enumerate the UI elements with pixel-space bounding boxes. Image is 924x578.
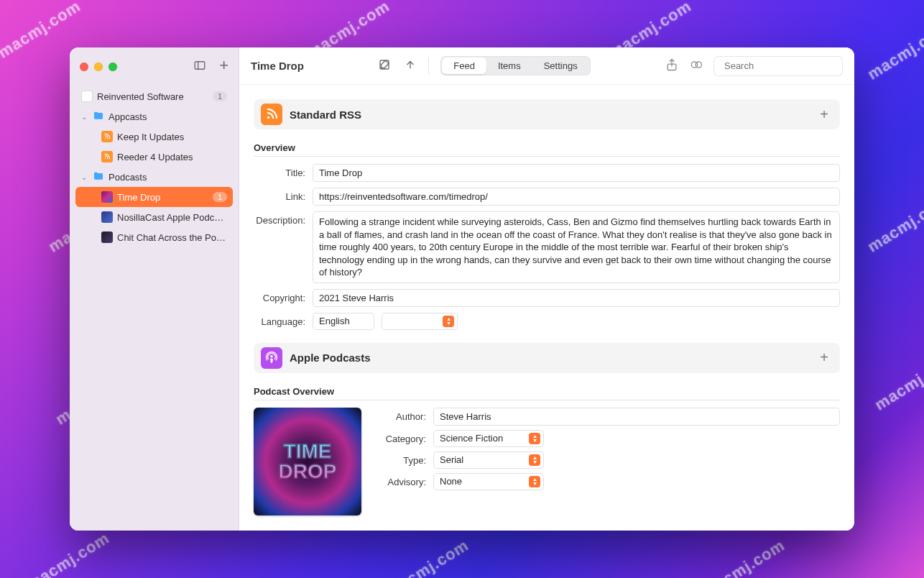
sidebar-item-chitchat[interactable]: Chit Chat Across the Po…	[75, 227, 233, 247]
zoom-window-button[interactable]	[108, 63, 117, 71]
svg-point-2	[105, 138, 106, 139]
svg-rect-0	[195, 62, 205, 70]
copyright-field[interactable]	[313, 289, 840, 307]
sidebar-item-keepit[interactable]: Keep It Updates	[75, 127, 233, 147]
link-field[interactable]	[313, 188, 840, 206]
stepper-icon	[529, 454, 540, 466]
stepper-icon	[529, 433, 540, 444]
author-field[interactable]	[433, 408, 840, 426]
sidebar-folder-podcasts[interactable]: ⌄ Podcasts	[75, 167, 233, 187]
watermark: macmj.com	[384, 537, 471, 578]
rss-icon	[101, 131, 113, 142]
window-controls: +	[70, 55, 239, 83]
category-value: Science Fiction	[440, 433, 503, 444]
app-window: + Reinvented Software 1 ⌄ Appcasts Keep …	[70, 47, 854, 531]
svg-point-7	[696, 61, 701, 67]
publish-icon[interactable]	[404, 58, 417, 74]
app-icon	[81, 91, 93, 102]
add-source-button[interactable]: +	[219, 59, 228, 75]
source-list: Reinvented Software 1 ⌄ Appcasts Keep It…	[70, 83, 239, 250]
watermark: macmj.com	[24, 530, 112, 578]
sidebar-item-reinvented[interactable]: Reinvented Software 1	[75, 86, 233, 106]
watermark: macmj.com	[865, 19, 924, 83]
sidebar-item-reeder[interactable]: Reeder 4 Updates	[75, 147, 233, 167]
tab-feed[interactable]: Feed	[442, 58, 486, 74]
disclosure-icon[interactable]: ⌄	[81, 173, 88, 181]
podcast-overview: TIMEDROP Author: Category: Science Ficti…	[254, 408, 840, 515]
category-popup[interactable]: Science Fiction	[433, 430, 544, 447]
podcast-artwork[interactable]: TIMEDROP	[254, 408, 361, 515]
label-title: Title:	[254, 164, 305, 178]
tab-settings[interactable]: Settings	[532, 58, 589, 74]
compose-icon[interactable]	[378, 58, 391, 74]
rss-icon	[101, 151, 113, 162]
description-field[interactable]: Following a strange incident while surve…	[313, 211, 840, 283]
content-area: Standard RSS + Overview Title: Link: Des…	[239, 85, 854, 531]
unread-badge: 1	[213, 192, 227, 202]
folder-icon	[93, 110, 104, 124]
rss-form: Title: Link: Description: Following a st…	[254, 164, 840, 330]
label-advisory: Advisory:	[379, 473, 426, 487]
sidebar-item-label: Keep It Updates	[117, 132, 227, 142]
main-panel: Time Drop Feed Items Settings	[239, 47, 854, 531]
rss-badge-icon	[261, 104, 282, 125]
label-copyright: Copyright:	[254, 289, 305, 303]
label-author: Author:	[379, 408, 426, 422]
sidebar-item-label: Chit Chat Across the Po…	[117, 232, 227, 243]
artwork-text: TIMEDROP	[279, 441, 337, 482]
language-secondary-popup[interactable]	[382, 313, 458, 330]
sidebar-item-timedrop[interactable]: Time Drop 1	[75, 187, 233, 207]
sidebar-item-nosillacast[interactable]: NosillaCast Apple Podca…	[75, 207, 233, 227]
search-input[interactable]	[724, 60, 845, 71]
watermark: macmj.com	[700, 537, 787, 578]
podcast-artwork-icon	[101, 211, 113, 223]
stepper-icon	[529, 476, 540, 487]
svg-point-3	[105, 158, 106, 160]
language-primary-popup[interactable]: English	[313, 313, 374, 330]
svg-point-10	[267, 116, 269, 119]
watermark: macmj.com	[872, 350, 924, 413]
close-window-button[interactable]	[80, 63, 88, 71]
type-popup[interactable]: Serial	[433, 451, 544, 469]
toggle-sidebar-icon[interactable]	[193, 59, 206, 75]
share-icon[interactable]	[665, 58, 679, 75]
type-value: Serial	[440, 454, 463, 465]
add-field-button[interactable]: +	[820, 349, 833, 366]
folder-icon	[93, 170, 104, 184]
overview-heading: Overview	[254, 138, 840, 157]
label-type: Type:	[379, 451, 426, 466]
preview-icon[interactable]	[689, 58, 703, 75]
podcast-artwork-icon	[101, 191, 113, 203]
advisory-value: None	[440, 476, 462, 487]
search-field[interactable]	[713, 56, 843, 76]
minimize-window-button[interactable]	[94, 63, 103, 71]
toolbar: Time Drop Feed Items Settings	[239, 47, 854, 85]
stepper-icon	[443, 316, 454, 327]
unread-badge: 1	[213, 91, 227, 101]
label-category: Category:	[379, 430, 426, 444]
language-primary-value: English	[319, 316, 350, 326]
sidebar-folder-label: Podcasts	[108, 172, 227, 183]
add-field-button[interactable]: +	[820, 106, 833, 123]
section-title: Standard RSS	[290, 109, 813, 121]
sidebar-folder-label: Appcasts	[108, 111, 227, 122]
disclosure-icon[interactable]: ⌄	[81, 113, 88, 121]
sidebar-folder-appcasts[interactable]: ⌄ Appcasts	[75, 106, 233, 127]
sidebar-item-label: NosillaCast Apple Podca…	[117, 212, 227, 223]
sidebar: + Reinvented Software 1 ⌄ Appcasts Keep …	[70, 47, 239, 531]
sidebar-item-label: Time Drop	[117, 192, 208, 203]
label-language: Language:	[254, 313, 305, 327]
document-title: Time Drop	[251, 60, 304, 72]
section-standard-rss: Standard RSS +	[254, 99, 840, 129]
podcast-overview-heading: Podcast Overview	[254, 382, 840, 400]
advisory-popup[interactable]: None	[433, 473, 544, 490]
section-title: Apple Podcasts	[290, 352, 813, 364]
title-field[interactable]	[313, 164, 840, 182]
label-link: Link:	[254, 188, 305, 202]
label-description: Description:	[254, 211, 305, 226]
svg-point-11	[270, 355, 273, 358]
tab-items[interactable]: Items	[486, 58, 532, 74]
view-segmented-control: Feed Items Settings	[440, 56, 590, 75]
podcast-artwork-icon	[101, 231, 113, 243]
sidebar-item-label: Reeder 4 Updates	[117, 152, 227, 162]
